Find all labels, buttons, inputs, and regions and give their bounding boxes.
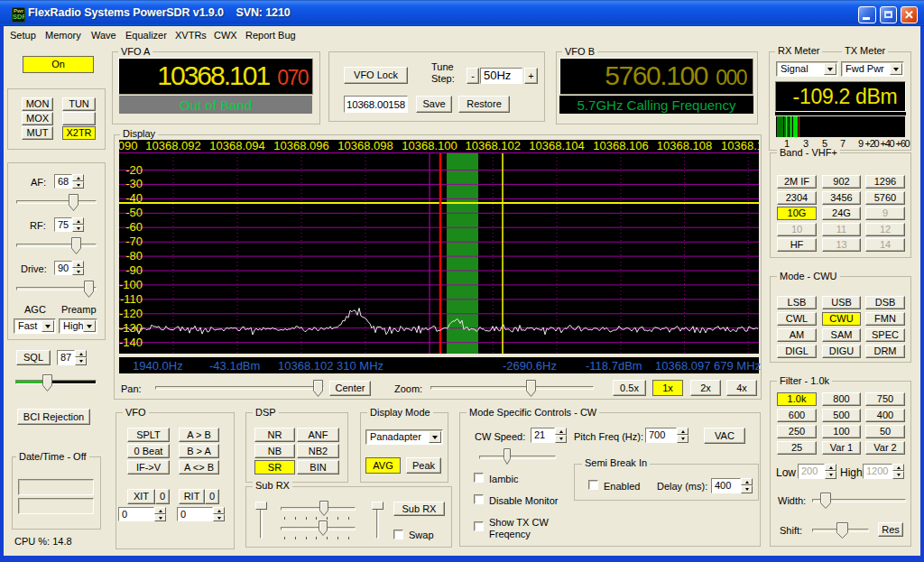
svg-text:10368.094: 10368.094 [209, 140, 264, 152]
svg-text:10368.110: 10368.110 [721, 140, 759, 152]
svg-text:10368.102: 10368.102 [466, 140, 521, 152]
svg-text:-30: -30 [125, 177, 143, 190]
svg-text:-20: -20 [125, 163, 143, 177]
svg-text:-100: -100 [119, 278, 143, 291]
svg-text:-80: -80 [125, 249, 143, 263]
svg-text:10368.100: 10368.100 [402, 140, 457, 152]
svg-text:-60: -60 [125, 220, 143, 234]
svg-text:-40: -40 [125, 191, 143, 205]
svg-text:-110: -110 [120, 292, 143, 306]
svg-text:10368.108: 10368.108 [657, 140, 712, 152]
svg-text:10368.090: 10368.090 [119, 140, 137, 152]
svg-text:10368.098: 10368.098 [337, 140, 393, 152]
svg-text:-120: -120 [119, 307, 143, 320]
svg-text:-70: -70 [125, 235, 143, 248]
svg-text:10368.106: 10368.106 [593, 140, 648, 152]
svg-text:-90: -90 [125, 263, 143, 277]
svg-text:-50: -50 [125, 206, 143, 219]
svg-text:-140: -140 [119, 336, 143, 349]
svg-text:10368.096: 10368.096 [273, 140, 328, 152]
svg-text:-130: -130 [119, 321, 143, 335]
svg-text:10368.092: 10368.092 [145, 140, 200, 152]
svg-text:10368.104: 10368.104 [529, 140, 584, 152]
